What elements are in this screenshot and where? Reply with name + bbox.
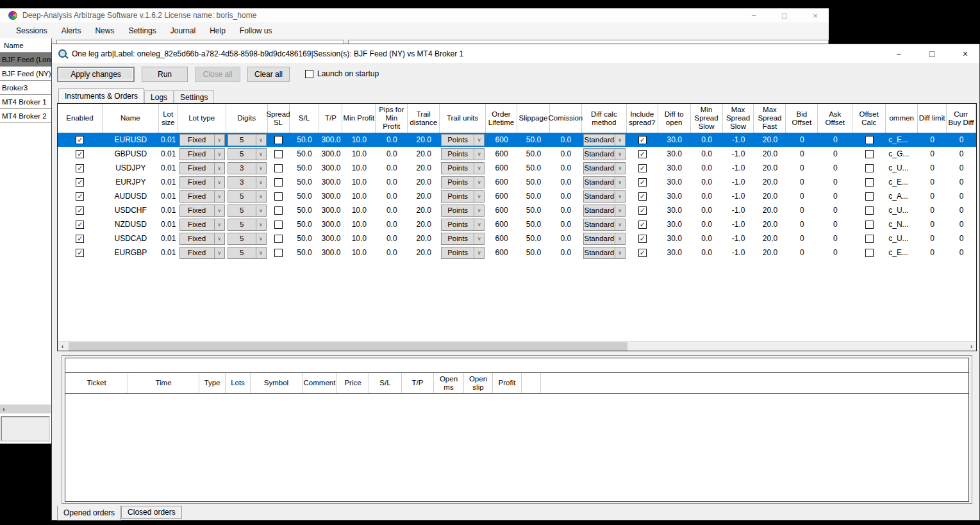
cell-offset_calc[interactable] [852, 203, 886, 217]
cell-include_spread[interactable]: ✓ [627, 203, 658, 217]
include_spread-checkbox[interactable]: ✓ [638, 235, 647, 243]
chevron-down-icon[interactable]: ∨ [615, 191, 625, 202]
column-header-sl[interactable]: S/L [290, 104, 320, 133]
close-icon[interactable]: × [810, 11, 821, 21]
trail_units-combo[interactable]: Points∨ [441, 134, 485, 146]
enabled-checkbox[interactable]: ✓ [76, 164, 84, 172]
cell-trail_units[interactable]: Points∨ [440, 133, 486, 147]
chevron-down-icon[interactable]: ∨ [214, 177, 224, 188]
lot_type-combo[interactable]: Fixed∨ [179, 204, 225, 217]
cell-digits[interactable]: 3∨ [226, 175, 268, 189]
maximize-icon[interactable]: □ [779, 11, 790, 21]
column-header-min_profit[interactable]: Min Profit [342, 104, 376, 133]
column-header-lot_size[interactable]: Lot size [159, 104, 178, 133]
sidebar-item[interactable]: MT4 Broker 2 [0, 109, 51, 123]
cell-include_spread[interactable]: ✓ [627, 161, 658, 175]
spread_sl-checkbox[interactable] [274, 178, 283, 187]
digits-combo[interactable]: 3∨ [228, 176, 267, 188]
trail_units-combo[interactable]: Points∨ [441, 162, 485, 174]
trail_units-combo[interactable]: Points∨ [441, 233, 485, 245]
cell-spread_sl[interactable] [268, 161, 290, 175]
cell-include_spread[interactable]: ✓ [627, 231, 658, 246]
tab-settings[interactable]: Settings [174, 90, 214, 103]
include_spread-checkbox[interactable]: ✓ [638, 192, 647, 201]
cell-diff_calc_method[interactable]: Standard∨ [582, 246, 627, 260]
cell-digits[interactable]: 5∨ [226, 217, 268, 231]
diff_calc_method-combo[interactable]: Standard∨ [583, 233, 626, 245]
cell-offset_calc[interactable] [852, 246, 886, 260]
column-header-slippage[interactable]: Slippage [517, 104, 550, 133]
offset_calc-checkbox[interactable] [865, 249, 874, 257]
cell-diff_calc_method[interactable]: Standard∨ [582, 189, 627, 203]
instrument-row[interactable]: ✓GBPUSD0.01Fixed∨5∨50.0300.010.00.020.0P… [58, 147, 976, 161]
cell-offset_calc[interactable] [852, 217, 886, 231]
cell-include_spread[interactable]: ✓ [627, 246, 658, 260]
chevron-down-icon[interactable]: ∨ [214, 135, 224, 146]
sidebar-item[interactable]: BJF Feed (Londo [0, 53, 51, 67]
column-header-curr_buy_diff[interactable]: Curr Buy Diff [947, 104, 976, 133]
chevron-down-icon[interactable]: ∨ [256, 219, 266, 230]
menu-item-news[interactable]: News [88, 24, 121, 38]
diff_calc_method-combo[interactable]: Standard∨ [583, 219, 626, 231]
trail_units-combo[interactable]: Points∨ [441, 247, 485, 259]
offset_calc-checkbox[interactable] [865, 150, 874, 158]
column-header-trail_units[interactable]: Trail units [440, 104, 486, 133]
trail_units-combo[interactable]: Points∨ [441, 204, 485, 217]
cell-digits[interactable]: 5∨ [226, 203, 268, 217]
cell-offset_calc[interactable] [852, 133, 886, 147]
cell-enabled[interactable]: ✓ [58, 217, 103, 231]
chevron-down-icon[interactable]: ∨ [474, 233, 484, 244]
orders-column-header-ticket[interactable]: Ticket [65, 373, 128, 393]
instrument-row[interactable]: ✓USDCAD0.01Fixed∨5∨50.0300.010.00.020.0P… [58, 231, 976, 246]
cell-enabled[interactable]: ✓ [58, 203, 103, 217]
spread_sl-checkbox[interactable] [274, 249, 283, 257]
cell-trail_units[interactable]: Points∨ [440, 147, 486, 161]
cell-diff_calc_method[interactable]: Standard∨ [582, 231, 627, 246]
spread_sl-checkbox[interactable] [274, 192, 283, 201]
column-header-lot_type[interactable]: Lot type [178, 104, 226, 133]
enabled-checkbox[interactable]: ✓ [76, 249, 84, 257]
cell-enabled[interactable]: ✓ [58, 133, 103, 147]
spread_sl-checkbox[interactable] [274, 235, 283, 243]
chevron-down-icon[interactable]: ∨ [474, 149, 484, 160]
column-header-spread_sl[interactable]: Spread SL [268, 104, 290, 133]
cell-trail_units[interactable]: Points∨ [440, 161, 486, 175]
column-header-tp[interactable]: T/P [319, 104, 342, 133]
cell-lot_type[interactable]: Fixed∨ [178, 246, 226, 260]
offset_calc-checkbox[interactable] [865, 235, 874, 243]
cell-digits[interactable]: 5∨ [226, 231, 268, 246]
cell-digits[interactable]: 5∨ [226, 246, 268, 260]
cell-digits[interactable]: 5∨ [226, 189, 268, 203]
cell-include_spread[interactable]: ✓ [627, 189, 658, 203]
diff_calc_method-combo[interactable]: Standard∨ [583, 148, 626, 160]
cell-offset_calc[interactable] [852, 147, 886, 161]
chevron-down-icon[interactable]: ∨ [615, 233, 625, 244]
cell-trail_units[interactable]: Points∨ [440, 246, 486, 260]
cell-offset_calc[interactable] [852, 161, 886, 175]
orders-column-header-t-p[interactable]: T/P [402, 373, 434, 393]
cell-diff_calc_method[interactable]: Standard∨ [582, 147, 627, 161]
lot_type-combo[interactable]: Fixed∨ [179, 219, 225, 231]
offset_calc-checkbox[interactable] [865, 136, 874, 144]
run-button[interactable]: Run [142, 67, 188, 82]
cell-diff_calc_method[interactable]: Standard∨ [582, 161, 627, 175]
column-header-bid_offset[interactable]: Bid Offset [786, 104, 818, 133]
include_spread-checkbox[interactable]: ✓ [638, 164, 647, 172]
chevron-down-icon[interactable]: ∨ [214, 163, 224, 174]
include_spread-checkbox[interactable]: ✓ [638, 178, 647, 187]
trail_units-combo[interactable]: Points∨ [441, 176, 485, 188]
scroll-right-icon[interactable]: › [967, 342, 976, 351]
digits-combo[interactable]: 5∨ [228, 204, 267, 217]
trail_units-combo[interactable]: Points∨ [441, 219, 485, 231]
orders-column-header-type[interactable]: Type [199, 373, 226, 393]
chevron-down-icon[interactable]: ∨ [256, 247, 266, 258]
cell-include_spread[interactable]: ✓ [627, 133, 658, 147]
column-header-max_spread_slow[interactable]: Max Spread Slow [723, 104, 754, 133]
cell-enabled[interactable]: ✓ [58, 231, 103, 246]
digits-combo[interactable]: 5∨ [228, 219, 267, 231]
spread_sl-checkbox[interactable] [274, 206, 283, 215]
chevron-down-icon[interactable]: ∨ [615, 135, 625, 146]
column-header-ask_offset[interactable]: Ask Offset [818, 104, 852, 133]
instrument-row[interactable]: ✓USDJPY0.01Fixed∨3∨50.0300.010.00.020.0P… [58, 161, 976, 175]
digits-combo[interactable]: 5∨ [228, 233, 267, 245]
